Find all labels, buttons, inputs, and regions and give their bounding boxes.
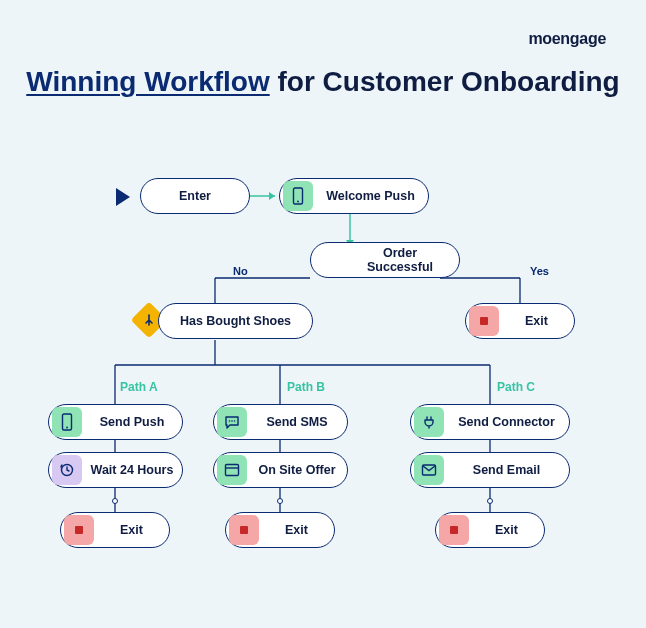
connector-dot xyxy=(277,498,283,504)
clock-icon xyxy=(52,455,82,485)
node-label: Enter xyxy=(141,189,249,203)
node-label: Exit xyxy=(259,523,334,537)
svg-point-25 xyxy=(229,420,231,422)
browser-icon xyxy=(217,455,247,485)
mail-icon xyxy=(414,455,444,485)
svg-point-18 xyxy=(297,201,299,203)
brand-logo: moengage xyxy=(528,30,606,48)
node-order-successful: Order Successful xyxy=(310,242,460,278)
stop-icon xyxy=(469,306,499,336)
node-exit: Exit xyxy=(60,512,170,548)
node-send-connector: Send Connector xyxy=(410,404,570,440)
svg-rect-32 xyxy=(450,526,458,534)
path-label-b: Path B xyxy=(287,380,325,394)
connector-dot xyxy=(487,498,493,504)
arrow-icon xyxy=(269,192,275,200)
page-title: Winning Workflow for Customer Onboarding xyxy=(0,64,646,99)
node-send-sms: Send SMS xyxy=(213,404,348,440)
node-send-push: Send Push xyxy=(48,404,183,440)
node-label: Has Bought Shoes xyxy=(159,314,312,328)
path-label-c: Path C xyxy=(497,380,535,394)
plug-icon xyxy=(414,407,444,437)
svg-point-22 xyxy=(66,427,68,429)
title-rest: for Customer Onboarding xyxy=(270,66,620,97)
node-label: Exit xyxy=(94,523,169,537)
svg-rect-28 xyxy=(226,465,239,476)
path-label-a: Path A xyxy=(120,380,158,394)
node-label: Send Connector xyxy=(444,415,569,429)
node-label: Exit xyxy=(499,314,574,328)
svg-point-26 xyxy=(231,420,233,422)
node-label: Order Successful xyxy=(341,246,459,274)
stop-icon xyxy=(229,515,259,545)
node-welcome-push: Welcome Push xyxy=(279,178,429,214)
node-label: Send SMS xyxy=(247,415,347,429)
node-wait-24-hours: Wait 24 Hours xyxy=(48,452,183,488)
edge-label-yes: Yes xyxy=(530,265,549,277)
node-send-email: Send Email xyxy=(410,452,570,488)
node-onsite-offer: On Site Offer xyxy=(213,452,348,488)
title-highlight: Winning Workflow xyxy=(26,66,269,97)
node-label: On Site Offer xyxy=(247,463,347,477)
stop-icon xyxy=(439,515,469,545)
connector-dot xyxy=(112,498,118,504)
phone-icon xyxy=(283,181,313,211)
node-exit: Exit xyxy=(435,512,545,548)
node-exit: Exit xyxy=(465,303,575,339)
play-icon xyxy=(116,188,130,206)
node-label: Wait 24 Hours xyxy=(82,463,182,477)
svg-point-27 xyxy=(234,420,236,422)
node-label: Welcome Push xyxy=(313,189,428,203)
svg-rect-30 xyxy=(240,526,248,534)
flowchart-canvas: Enter Welcome Push Order Successful No Y… xyxy=(0,150,646,628)
sms-icon xyxy=(217,407,247,437)
node-exit: Exit xyxy=(225,512,335,548)
node-has-bought-shoes: Has Bought Shoes xyxy=(158,303,313,339)
stop-icon xyxy=(64,515,94,545)
node-label: Send Push xyxy=(82,415,182,429)
phone-icon xyxy=(52,407,82,437)
edge-label-no: No xyxy=(233,265,248,277)
node-label: Send Email xyxy=(444,463,569,477)
node-label: Exit xyxy=(469,523,544,537)
node-enter: Enter xyxy=(140,178,250,214)
svg-rect-20 xyxy=(480,317,488,325)
svg-rect-24 xyxy=(75,526,83,534)
